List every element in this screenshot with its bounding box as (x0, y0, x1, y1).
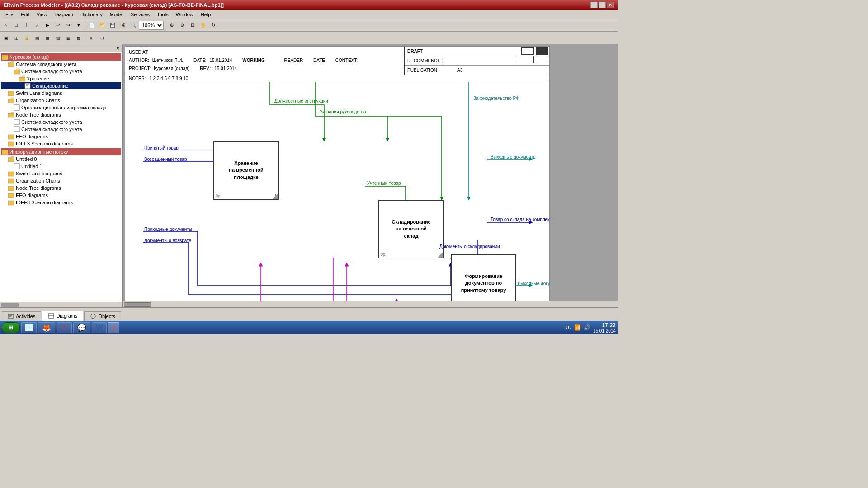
diagram-scroll[interactable]: USED AT: AUTHOR: Щетников П.И. DATE: 15.… (123, 44, 618, 301)
tb2-lock-btn[interactable]: 🔒 (22, 33, 32, 43)
tb2-btn9[interactable]: ⊞ (87, 33, 97, 43)
label-prinyatyj: Принятый товар (144, 145, 179, 150)
scroll-thumb[interactable] (124, 302, 151, 307)
menu-diagram[interactable]: Diagram (51, 11, 77, 18)
zoom-out-btn[interactable]: ⊖ (177, 20, 187, 30)
start-button[interactable]: ⊞ (2, 322, 20, 333)
panel-scrollbar-h[interactable] (0, 302, 122, 307)
taskbar-windows-btn[interactable] (21, 322, 37, 333)
menu-window[interactable]: Window (172, 11, 197, 18)
minimize-button[interactable]: ─ (590, 2, 598, 8)
activities-icon (8, 313, 14, 319)
text-tool-btn[interactable]: T (22, 20, 32, 30)
new-btn[interactable]: 📄 (87, 20, 97, 30)
tab-diagrams[interactable]: Diagrams (42, 311, 83, 321)
taskbar-erwin-btn[interactable]: E (108, 322, 119, 333)
erwin-icon: E (112, 325, 115, 330)
print-btn[interactable]: 🖨 (118, 20, 128, 30)
tree-item-l1-1[interactable]: Система складского учёта (1, 61, 121, 68)
tb2-btn2[interactable]: ◫ (11, 33, 21, 43)
menu-view[interactable]: View (33, 11, 51, 18)
folder-icon (2, 54, 8, 60)
fit-btn[interactable]: ⊡ (188, 20, 198, 30)
tree-item-l2-1[interactable]: Система складского учёта (1, 68, 121, 75)
taskbar-right: RU 📶 🔊 17:22 15.01.2014 (564, 322, 616, 333)
taskbar-word-btn[interactable]: W (92, 322, 107, 333)
save-btn[interactable]: 💾 (108, 20, 118, 30)
pan-btn[interactable]: ✋ (198, 20, 208, 30)
activity-box-3[interactable]: Формированиедокументов попринятому товар… (451, 254, 516, 301)
sep2 (165, 21, 165, 30)
menu-dictionary[interactable]: Dictionary (77, 11, 106, 18)
menu-edit[interactable]: Edit (17, 11, 33, 18)
tree-item-infoflows[interactable]: Информационные потоки (1, 148, 121, 155)
taskbar-skype-btn[interactable]: 💬 (73, 322, 90, 333)
tree-item-skladirovanie[interactable]: Складирование (1, 82, 121, 89)
zoom-in-btn[interactable]: ⊕ (167, 20, 177, 30)
taskbar-antivirus-btn[interactable]: 🛡 (57, 322, 72, 333)
idef-diagram: USED AT: AUTHOR: Щетников П.И. DATE: 15.… (125, 46, 550, 301)
tb2-btn10[interactable]: ⊟ (97, 33, 107, 43)
tab-diagrams-label: Diagrams (56, 313, 77, 319)
menu-model[interactable]: Model (106, 11, 127, 18)
menu-services[interactable]: Services (127, 11, 153, 18)
rect-tool-btn[interactable]: □ (11, 20, 21, 30)
tree-item-swimlane2[interactable]: Swim Lane diagrams (1, 170, 121, 177)
tree-item-swimlane1[interactable]: Swim Lane diagrams (1, 89, 121, 97)
undo-btn[interactable]: ↩ (53, 20, 63, 30)
tree-item-untitled0[interactable]: Untitled 0 (1, 155, 121, 163)
tree-item-idef3-1[interactable]: IDEF3 Scenario diagrams (1, 140, 121, 147)
diagram-scrollbar-h[interactable] (123, 301, 618, 307)
svg-rect-29 (8, 201, 14, 205)
tree-item-feo1[interactable]: FEO diagrams (1, 133, 121, 140)
svg-rect-1 (2, 55, 5, 56)
select-tool-btn[interactable]: ↖ (1, 20, 11, 30)
menu-file[interactable]: File (2, 11, 17, 18)
context-label: CONTEXT: (335, 58, 358, 63)
arrow-tool-btn[interactable]: ↗ (32, 20, 42, 30)
statusbar: Activities Diagrams Objects (0, 307, 618, 321)
close-button[interactable]: ✕ (607, 2, 614, 8)
tb2-btn7[interactable]: ▨ (63, 33, 73, 43)
tb2-btn5[interactable]: ▦ (42, 33, 52, 43)
diagram-icon5 (14, 163, 20, 169)
tree-item-orgdiag1[interactable]: Организационная диаграмма склада (1, 104, 121, 111)
box2-op: 0р. (381, 252, 387, 257)
tb2-btn1[interactable]: ▣ (1, 33, 11, 43)
taskbar-ff-btn[interactable]: 🦊 (38, 322, 55, 333)
tree-item-nodetree-d1[interactable]: Система складского учёта (1, 118, 121, 126)
tb2-btn6[interactable]: ▧ (53, 33, 63, 43)
tree-item-orgcharts2[interactable]: Organization Charts (1, 177, 121, 184)
tab-objects[interactable]: Objects (84, 311, 121, 321)
down-arrow-btn[interactable]: ▼ (74, 20, 84, 30)
menu-tools[interactable]: Tools (153, 11, 172, 18)
tree-item-l3-1[interactable]: Хранение (1, 75, 121, 82)
tree-item-nodetree-d2[interactable]: Система складского учёта (1, 126, 121, 133)
redo-btn[interactable]: ↪ (63, 20, 73, 30)
tree-item-root[interactable]: Курсовая (склад) (1, 53, 121, 61)
zoom-select[interactable]: 106% 100% 75% 50% (139, 21, 164, 30)
restore-button[interactable]: □ (599, 2, 606, 8)
panel-close-btn[interactable]: ✕ (115, 45, 121, 52)
tb2-btn8[interactable]: ▩ (74, 33, 84, 43)
tree-item-idef3-2[interactable]: IDEF3 Scenario diagrams (1, 199, 121, 206)
tree-item-untitled1[interactable]: Untitled 1 (1, 163, 121, 170)
firefox-icon: 🦊 (42, 324, 51, 332)
tab-activities[interactable]: Activities (2, 311, 41, 321)
tree-item-nodetree1[interactable]: Node Tree diagrams (1, 111, 121, 118)
tree-item-nodetree2[interactable]: Node Tree diagrams (1, 184, 121, 192)
svg-rect-9 (26, 84, 28, 86)
activity-box-1[interactable]: Хранениена временнойплощадке 0р. 1 (213, 141, 279, 200)
tree-item-orgcharts1[interactable]: Organization Charts (1, 97, 121, 104)
tree-item-feo2[interactable]: FEO diagrams (1, 192, 121, 199)
menu-help[interactable]: Help (197, 11, 215, 18)
play-btn[interactable]: ▶ (42, 20, 52, 30)
main-area: ✕ Курсовая (склад) Система складского уч… (0, 44, 618, 307)
refresh-btn[interactable]: ↻ (208, 20, 218, 30)
svg-rect-21 (2, 150, 8, 155)
open-btn[interactable]: 📂 (97, 20, 107, 30)
svg-rect-25 (8, 172, 14, 176)
tb2-btn4[interactable]: ▤ (32, 33, 42, 43)
activity-box-2[interactable]: Складированиена основнойсклад 0р. 2 (378, 200, 444, 258)
label-dokumenty-vozvrat: Документы о возврате (144, 238, 191, 243)
